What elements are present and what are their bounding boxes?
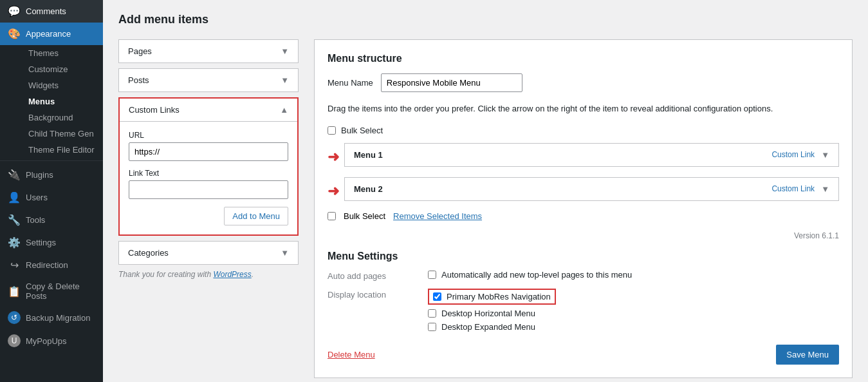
posts-accordion: Posts ▼ [118, 68, 299, 92]
menu1-arrow-indicator: ➜ [328, 149, 339, 166]
remove-selected-button[interactable]: Remove Selected Items [393, 211, 482, 221]
sidebar-item-child-theme-gen[interactable]: Child Theme Gen [23, 126, 103, 142]
posts-accordion-header[interactable]: Posts ▼ [119, 69, 298, 91]
posts-chevron-icon: ▼ [281, 75, 289, 85]
categories-accordion: Categories ▼ [118, 241, 299, 265]
delete-menu-button[interactable]: Delete Menu [328, 350, 375, 359]
sidebar-item-background[interactable]: Background [23, 110, 103, 126]
sidebar-item-theme-file-editor[interactable]: Theme File Editor [23, 142, 103, 158]
add-to-menu-button[interactable]: Add to Menu [224, 207, 288, 225]
categories-accordion-header[interactable]: Categories ▼ [119, 242, 298, 264]
url-label: URL [129, 131, 288, 140]
menu-settings-title: Menu Settings [328, 251, 839, 262]
save-menu-button[interactable]: Save Menu [776, 345, 839, 365]
sidebar-item-settings[interactable]: ⚙️ Settings [0, 231, 103, 254]
menu2-type: Custom Link [771, 184, 815, 193]
link-text-input[interactable] [129, 180, 288, 199]
copy-icon: 📋 [8, 285, 21, 298]
menu-name-input[interactable] [381, 73, 522, 92]
sidebar-item-comments[interactable]: 💬 Comments [0, 0, 103, 23]
wordpress-link[interactable]: WordPress [213, 270, 251, 279]
auto-add-pages-checkbox[interactable] [428, 271, 436, 279]
url-input[interactable] [129, 142, 288, 161]
page-title: Add menu items [118, 13, 853, 26]
right-panel: Menu structure Menu Name Drag the items … [314, 39, 853, 378]
menu2-label: Menu 2 [354, 184, 383, 194]
sidebar-item-copy-delete[interactable]: 📋 Copy & Delete Posts [0, 276, 103, 306]
desktop-expanded-checkbox[interactable] [428, 323, 436, 331]
bulk-select-top-checkbox[interactable] [328, 126, 336, 135]
menu2-arrow-indicator: ➜ [328, 183, 339, 200]
bulk-select-top-label: Bulk Select [341, 126, 383, 135]
link-text-label: Link Text [129, 169, 288, 178]
menu-structure-title: Menu structure [328, 53, 839, 64]
users-icon: 👤 [8, 191, 21, 204]
display-location-label: Display location [328, 289, 418, 300]
auto-add-pages-checkbox-label: Automatically add new top-level pages to… [441, 270, 632, 280]
sidebar-item-widgets[interactable]: Widgets [23, 77, 103, 93]
custom-links-accordion-header[interactable]: Custom Links ▲ [120, 99, 297, 121]
settings-icon: ⚙️ [8, 236, 21, 249]
categories-chevron-icon: ▼ [281, 248, 289, 258]
table-row: Menu 2 Custom Link ▼ [344, 177, 839, 201]
sidebar-item-mypopups[interactable]: U MyPopUps [0, 329, 103, 352]
menu1-expand-icon[interactable]: ▼ [821, 150, 829, 160]
sidebar-item-backup-migration[interactable]: ↺ Backup Migration [0, 306, 103, 329]
backup-icon: ↺ [8, 311, 21, 324]
menu-settings: Menu Settings Auto add pages Automatical… [328, 251, 839, 332]
comments-icon: 💬 [8, 5, 21, 17]
table-row: Menu 1 Custom Link ▼ [344, 143, 839, 167]
menu-items-list: ➜ Menu 1 Custom Link ▼ ➜ [328, 143, 839, 206]
menu1-label: Menu 1 [354, 150, 383, 160]
desktop-horizontal-label: Desktop Horizontal Menu [441, 309, 535, 318]
redirection-icon: ↪ [8, 259, 21, 271]
sidebar-item-users[interactable]: 👤 Users [0, 186, 103, 209]
auto-add-pages-label: Auto add pages [328, 270, 418, 281]
custom-links-accordion: Custom Links ▲ URL Link Text Add to Menu [118, 97, 299, 236]
custom-links-chevron-icon: ▲ [280, 105, 288, 115]
footer-row: Delete Menu Save Menu [328, 345, 839, 365]
sidebar-item-appearance[interactable]: 🎨 Appearance [0, 23, 103, 45]
bulk-select-bottom-checkbox[interactable] [328, 212, 336, 220]
custom-links-body: URL Link Text Add to Menu [120, 121, 297, 234]
desktop-horizontal-checkbox[interactable] [428, 309, 436, 318]
sidebar-item-customize[interactable]: Customize [23, 61, 103, 77]
sidebar-item-themes[interactable]: Themes [23, 45, 103, 61]
sidebar-item-plugins[interactable]: 🔌 Plugins [0, 164, 103, 186]
menu-name-label: Menu Name [328, 78, 373, 88]
instruction-text: Drag the items into the order you prefer… [328, 102, 839, 115]
pages-accordion-header[interactable]: Pages ▼ [119, 40, 298, 62]
thank-you-text: Thank you for creating with WordPress. [118, 270, 299, 279]
menu2-expand-icon[interactable]: ▼ [821, 184, 829, 194]
sidebar: 💬 Comments 🎨 Appearance Themes Customize… [0, 0, 103, 382]
mypopups-icon: U [8, 334, 21, 347]
sidebar-item-tools[interactable]: 🔧 Tools [0, 209, 103, 231]
menu1-type: Custom Link [771, 150, 815, 159]
plugins-icon: 🔌 [8, 169, 21, 181]
left-panel: Pages ▼ Posts ▼ Custom Links ▲ [118, 39, 299, 378]
primary-nav-label: Primary MobRes Navigation [447, 292, 551, 301]
sidebar-item-menus[interactable]: Menus [23, 93, 103, 110]
pages-accordion: Pages ▼ [118, 39, 299, 63]
sidebar-item-redirection[interactable]: ↪ Redirection [0, 254, 103, 276]
version-text: Version 6.1.1 [328, 231, 839, 240]
appearance-icon: 🎨 [8, 28, 21, 40]
tools-icon: 🔧 [8, 214, 21, 226]
pages-chevron-icon: ▼ [281, 46, 289, 56]
main-content: Add menu items Pages ▼ Posts ▼ C [103, 0, 868, 382]
desktop-expanded-label: Desktop Expanded Menu [441, 322, 535, 332]
primary-nav-checkbox[interactable] [433, 292, 441, 301]
bulk-select-bottom-label: Bulk Select [344, 211, 385, 221]
